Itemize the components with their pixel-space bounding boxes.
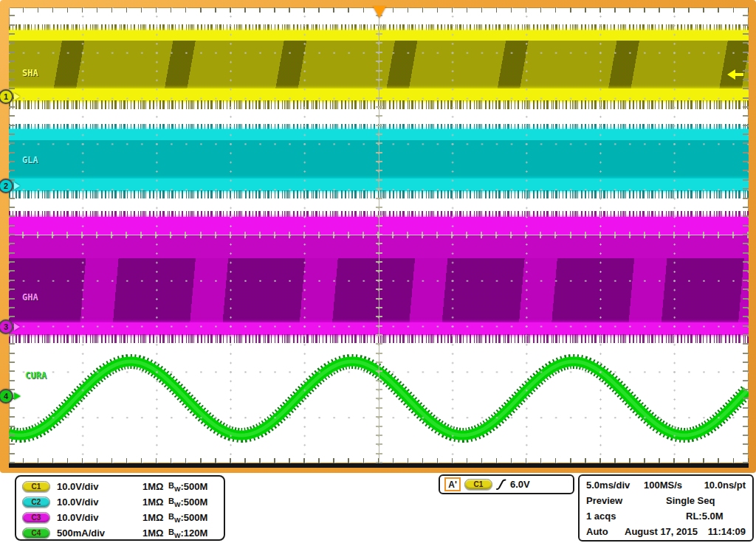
trigger-level-arrow-stem [735, 73, 743, 76]
ch4-signal-label: CURA [25, 370, 47, 381]
ch2-impedance: 1MΩ [142, 497, 163, 508]
record-length: RL:5.0M [686, 511, 724, 522]
ch3-signal-label: GHA [22, 292, 38, 302]
display-bottom-edge [9, 463, 749, 468]
ch1-badge[interactable]: C1 [22, 481, 50, 492]
trigger-mode: Auto [586, 526, 608, 537]
timebase-row-4: Auto August 17, 2015 11:14:09 [586, 526, 746, 542]
ch4-sine-waveform [9, 7, 749, 463]
ch4-scale: 500mA/div [57, 528, 105, 539]
ch2-signal-label: GLA [22, 155, 38, 165]
timebase-row-3: 1 acqs RL:5.0M [586, 511, 746, 526]
ch1-bandwidth: BW:500M [168, 481, 207, 493]
acq-state: Preview [586, 495, 622, 506]
ch2-reference-arrow-icon [14, 182, 20, 190]
trigger-readout-box[interactable]: A' C1 6.0V [439, 474, 574, 494]
ch4-bandwidth: BW:120M [168, 528, 207, 539]
time-readout: 11:14:09 [708, 526, 746, 537]
trigger-source-badge[interactable]: A' [444, 477, 461, 491]
ch2-badge[interactable]: C2 [22, 497, 50, 508]
timebase-readout-box[interactable]: 5.0ms/div 100MS/s 10.0ns/pt Preview Sing… [578, 474, 754, 542]
resolution: 10.0ns/pt [704, 480, 746, 491]
channel-readout-box[interactable]: C1 10.0V/div 1MΩ BW:500M C2 10.0V/div 1M… [15, 475, 225, 541]
rising-edge-icon [496, 478, 506, 491]
ch3-reference-arrow-icon [14, 323, 20, 331]
trigger-level-value: 6.0V [510, 479, 530, 490]
ch2-bandwidth: BW:500M [168, 497, 207, 508]
acq-count: 1 acqs [586, 511, 616, 522]
timebase-scale: 5.0ms/div [586, 480, 630, 491]
acq-mode: Single Seq [666, 495, 715, 506]
ch3-readout-row: C3 10.0V/div 1MΩ BW:500M [22, 510, 224, 525]
timebase-row-1: 5.0ms/div 100MS/s 10.0ns/pt [586, 480, 746, 495]
ch3-impedance: 1MΩ [142, 512, 163, 523]
trigger-position-marker-icon[interactable] [373, 6, 386, 18]
ch3-badge[interactable]: C3 [22, 512, 50, 523]
ch4-readout-row: C4 500mA/div 1MΩ BW:120M [22, 525, 224, 541]
ch1-reference-arrow-icon [14, 93, 20, 100]
trigger-level-arrow[interactable] [727, 69, 743, 80]
ch2-readout-row: C2 10.0V/div 1MΩ BW:500M [22, 494, 224, 510]
ch1-scale: 10.0V/div [57, 481, 98, 492]
oscilloscope-screen: SHA GLA GHA CURA 1 2 3 4 C1 10.0V/div 1M… [0, 0, 756, 543]
sample-rate: 100MS/s [644, 480, 682, 491]
trigger-channel-badge[interactable]: C1 [464, 479, 492, 490]
ch3-scale: 10.0V/div [57, 512, 98, 523]
ch1-signal-label: SHA [22, 68, 38, 78]
graticule-frame: SHA GLA GHA CURA 1 2 3 4 [0, 0, 756, 473]
ch4-badge[interactable]: C4 [22, 528, 50, 539]
ch4-impedance: 1MΩ [142, 528, 163, 539]
ch2-scale: 10.0V/div [57, 497, 98, 508]
waveform-display: SHA GLA GHA CURA [9, 7, 749, 463]
ch1-readout-row: C1 10.0V/div 1MΩ BW:500M [22, 479, 224, 494]
ch1-impedance: 1MΩ [142, 481, 163, 492]
date-readout: August 17, 2015 [625, 526, 698, 537]
ch4-reference-arrow-icon [14, 392, 21, 400]
ch3-bandwidth: BW:500M [168, 512, 207, 524]
timebase-row-2: Preview Single Seq [586, 495, 746, 511]
